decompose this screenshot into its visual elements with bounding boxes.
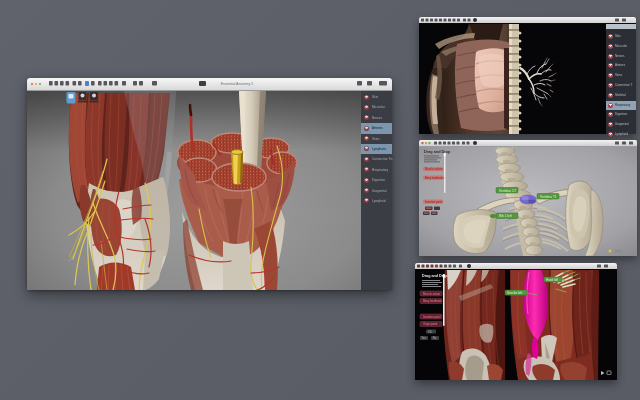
svg-text:Bony landmarks: Bony landmarks <box>425 176 445 180</box>
svg-text:Insertion point: Insertion point <box>423 315 441 319</box>
svg-text:Drag and Drop: Drag and Drop <box>424 150 451 154</box>
svg-text:Rib 1 left: Rib 1 left <box>499 214 512 218</box>
svg-text:Insertion point: Insertion point <box>425 200 442 204</box>
svg-text:Muscle actions: Muscle actions <box>425 167 443 171</box>
svg-text:Gracilis left: Gracilis left <box>507 291 522 295</box>
svg-text:Bony landmark: Bony landmark <box>423 299 442 303</box>
svg-text:Vertebra C7: Vertebra C7 <box>499 189 516 193</box>
svg-text:OK: OK <box>428 330 432 334</box>
svg-text:Origin point: Origin point <box>423 322 438 326</box>
svg-text:Yes: Yes <box>422 336 427 340</box>
svg-text:Vertebra T1: Vertebra T1 <box>540 195 557 199</box>
svg-text:No: No <box>433 336 437 340</box>
svg-text:Muscle action: Muscle action <box>423 292 441 296</box>
svg-text:Hand left: Hand left <box>546 278 558 282</box>
